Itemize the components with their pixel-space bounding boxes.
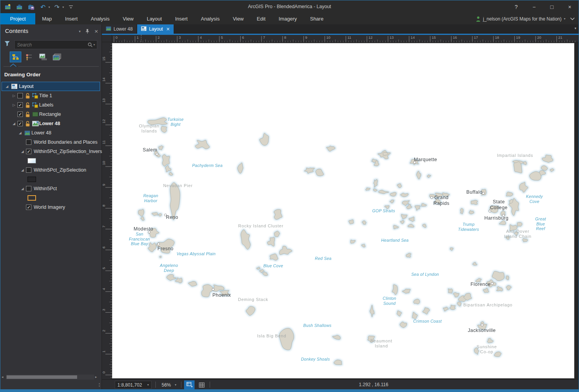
layer-label[interactable]: Title 1 [39,91,52,100]
scrollbar-thumb[interactable] [7,375,77,379]
tree-row-title-1[interactable]: ▷Title 1 [0,91,102,100]
tree-row-rectangle[interactable]: ✓Rectangle [0,110,102,119]
tree-row-lower-48[interactable]: ◢✓Lower 48 [0,119,102,128]
undo-button[interactable]: ↶ [38,2,48,12]
layer-label[interactable]: Lower 48 [31,128,51,138]
panel-menu-caret-icon[interactable]: ▾ [79,29,81,33]
redo-dropdown-caret[interactable]: ▾ [62,5,64,9]
ribbon-tab-view-4[interactable]: View [116,13,140,24]
ribbon-tab-insert-2[interactable]: Insert [59,13,84,24]
panel-close-icon[interactable]: × [94,28,98,34]
ribbon-tab-analysis-3[interactable]: Analysis [84,13,116,24]
ribbon-tab-layout-5[interactable]: Layout [140,13,169,24]
ribbon-tab-edit-9[interactable]: Edit [250,13,272,24]
pin-icon[interactable] [85,29,90,34]
snap-to-layout-button[interactable] [184,380,195,389]
unlocked-padlock-icon[interactable] [25,91,30,100]
new-project-icon[interactable] [3,2,13,12]
tree-row-world-boundaries-and-places[interactable]: World Boundaries and Places [0,138,102,147]
list-by-element-type-button[interactable] [24,52,35,62]
ribbon-tab-view-8[interactable]: View [226,13,250,24]
expander-expanded-icon[interactable]: ◢ [20,165,25,175]
page-zoom-combo[interactable]: 56% ▾ [160,381,178,389]
visibility-checkbox[interactable]: ✓ [26,149,31,154]
visibility-checkbox[interactable]: ✓ [17,121,23,126]
open-project-icon[interactable] [15,2,24,12]
maximize-button[interactable]: □ [543,0,561,13]
layer-label[interactable]: Within5Pct_ZipSelection_InverseC [34,147,108,156]
layer-symbol-swatch[interactable] [28,177,36,182]
legend-swatch-row[interactable] [0,193,102,203]
layer-label[interactable]: World Boundaries and Places [34,138,97,147]
list-by-drawing-order-button[interactable] [10,52,21,62]
expander-expanded-icon[interactable]: ◢ [11,119,17,128]
layer-label[interactable]: Lower 48 [39,119,60,128]
visibility-checkbox[interactable] [26,139,31,145]
close-button[interactable]: × [561,0,579,13]
customize-quick-access-icon[interactable] [66,2,76,12]
expander-expanded-icon[interactable]: ◢ [20,147,25,156]
undo-dropdown-caret[interactable]: ▾ [48,5,50,9]
map-scale-combo[interactable]: 1:8,801,702 ▾ [115,381,152,389]
scroll-corner-arrows[interactable]: ▴▾ [98,382,100,388]
scroll-right-arrow-icon[interactable]: ▸ [95,375,97,380]
visibility-checkbox[interactable] [17,93,23,98]
redo-button[interactable]: ↷ [52,2,62,12]
ribbon-tab-share-11[interactable]: Share [303,13,330,24]
legend-swatch-row[interactable] [0,175,102,184]
visibility-checkbox[interactable]: ✓ [17,112,23,117]
visibility-checkbox[interactable]: ✓ [17,102,23,108]
tab-list-caret-icon[interactable]: ▾ [574,26,576,30]
grid-view-button[interactable] [196,380,207,389]
tree-row-within5pct[interactable]: ◢Within5Pct [0,184,102,193]
scrollbar-track[interactable] [6,375,94,380]
visibility-checkbox[interactable] [26,186,31,191]
list-map-frames-button[interactable] [38,52,49,62]
expander-expanded-icon[interactable]: ◢ [4,82,10,91]
layer-label[interactable]: World Imagery [34,203,65,212]
search-input[interactable] [15,42,88,48]
account-menu[interactable]: j_nelson (ArcGIS Maps for the Nation) ▾ [476,13,565,24]
save-project-icon[interactable] [27,2,36,12]
unlocked-padlock-icon[interactable] [25,110,30,119]
layer-symbol-swatch[interactable] [28,195,36,201]
visibility-checkbox[interactable]: ✓ [26,205,31,210]
filter-icon[interactable] [4,41,10,46]
ribbon-tab-analysis-7[interactable]: Analysis [194,13,226,24]
visibility-checkbox[interactable] [26,167,31,173]
close-tab-icon[interactable]: × [166,26,170,32]
layer-label[interactable]: Within5Pct_ZipSelection [34,165,86,175]
collapse-ribbon-button[interactable] [569,15,576,22]
search-icon[interactable] [88,42,93,47]
expander-expanded-icon[interactable]: ◢ [20,184,25,193]
layer-label[interactable]: Layout [19,82,34,91]
tree-row-labels[interactable]: ▷✓Labels [0,100,102,110]
ribbon-tab-map-1[interactable]: Map [35,13,58,24]
layout-viewport[interactable]: SalemRenoModestoFresnoPhoenixMarquetteGr… [112,42,579,379]
ribbon-tab-project-0[interactable]: Project [0,13,35,24]
minimize-button[interactable]: − [525,0,543,13]
ribbon-tab-insert-6[interactable]: Insert [169,13,195,24]
layer-label[interactable]: Rectangle [39,110,61,119]
scroll-left-arrow-icon[interactable]: ◂ [2,375,3,380]
tree-row-layout[interactable]: ◢Layout [0,82,102,91]
expander-expanded-icon[interactable]: ◢ [17,128,23,138]
contents-horizontal-scrollbar[interactable]: ◂ ▸ ▴▾ [0,373,102,382]
search-options-caret-icon[interactable]: ▾ [93,43,97,46]
unlocked-padlock-icon[interactable] [25,100,30,110]
tree-row-lower-48[interactable]: ◢Lower 48 [0,128,102,138]
list-layouts-button[interactable] [52,52,63,62]
layout-page[interactable]: SalemRenoModestoFresnoPhoenixMarquetteGr… [112,43,574,378]
tree-row-within5pct-zipselection-inversec[interactable]: ◢✓Within5Pct_ZipSelection_InverseC [0,147,102,156]
document-tab-lower-48[interactable]: Lower 48 [102,24,136,34]
layer-symbol-swatch[interactable] [28,158,36,163]
expander-collapsed-icon[interactable]: ▷ [11,100,17,110]
help-button[interactable]: ? [507,0,525,13]
tree-row-world-imagery[interactable]: ✓World Imagery [0,203,102,212]
tree-row-within5pct-zipselection[interactable]: ◢Within5Pct_ZipSelection [0,165,102,175]
layer-label[interactable]: Within5Pct [34,184,57,193]
unlocked-padlock-icon[interactable] [25,119,30,128]
expander-collapsed-icon[interactable]: ▷ [11,91,17,100]
document-tab-layout[interactable]: Layout× [137,24,174,34]
ribbon-tab-imagery-10[interactable]: Imagery [272,13,303,24]
